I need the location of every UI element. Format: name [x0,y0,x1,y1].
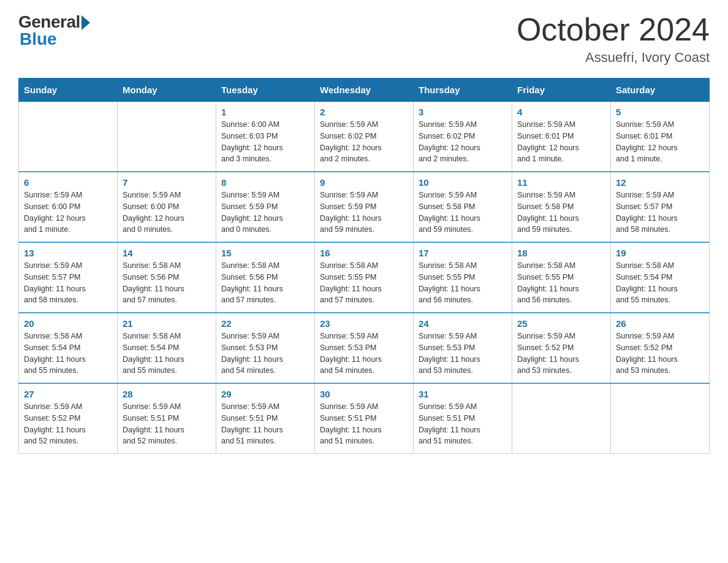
calendar-table: SundayMondayTuesdayWednesdayThursdayFrid… [18,78,710,454]
day-number: 30 [320,389,408,399]
calendar-day-cell: 20Sunrise: 5:58 AM Sunset: 5:54 PM Dayli… [19,313,118,383]
page-header: General Blue October 2024 Assuefri, Ivor… [18,12,710,66]
calendar-day-cell: 11Sunrise: 5:59 AM Sunset: 5:58 PM Dayli… [512,172,611,242]
title-block: October 2024 Assuefri, Ivory Coast [517,12,710,66]
calendar-subtitle: Assuefri, Ivory Coast [517,50,710,66]
day-number: 20 [24,318,112,329]
day-info: Sunrise: 5:59 AM Sunset: 6:01 PM Dayligh… [517,119,605,165]
day-number: 29 [221,389,309,399]
logo-blue-text: Blue [20,29,57,49]
day-info: Sunrise: 5:59 AM Sunset: 5:59 PM Dayligh… [221,190,309,236]
day-number: 24 [419,318,507,329]
day-number: 1 [221,107,309,117]
day-info: Sunrise: 5:59 AM Sunset: 5:53 PM Dayligh… [419,331,507,377]
calendar-day-cell: 25Sunrise: 5:59 AM Sunset: 5:52 PM Dayli… [512,313,611,383]
calendar-day-cell: 24Sunrise: 5:59 AM Sunset: 5:53 PM Dayli… [414,313,512,383]
day-info: Sunrise: 5:59 AM Sunset: 6:02 PM Dayligh… [419,119,507,165]
calendar-day-cell [118,102,216,172]
day-number: 12 [616,177,704,188]
day-info: Sunrise: 5:59 AM Sunset: 5:51 PM Dayligh… [320,401,408,447]
calendar-day-cell: 16Sunrise: 5:58 AM Sunset: 5:55 PM Dayli… [315,242,414,313]
day-info: Sunrise: 5:59 AM Sunset: 5:52 PM Dayligh… [616,331,704,377]
day-info: Sunrise: 5:59 AM Sunset: 5:53 PM Dayligh… [320,331,408,377]
weekday-header: Monday [118,79,216,102]
day-number: 3 [419,107,507,117]
day-info: Sunrise: 5:59 AM Sunset: 5:51 PM Dayligh… [123,401,211,447]
day-number: 8 [221,177,309,188]
calendar-day-cell: 13Sunrise: 5:59 AM Sunset: 5:57 PM Dayli… [19,242,118,313]
day-number: 17 [419,248,507,258]
calendar-day-cell: 5Sunrise: 5:59 AM Sunset: 6:01 PM Daylig… [611,102,710,172]
calendar-day-cell: 3Sunrise: 5:59 AM Sunset: 6:02 PM Daylig… [414,102,512,172]
calendar-day-cell: 28Sunrise: 5:59 AM Sunset: 5:51 PM Dayli… [118,383,216,454]
calendar-day-cell: 14Sunrise: 5:58 AM Sunset: 5:56 PM Dayli… [118,242,216,313]
day-number: 15 [221,248,309,258]
day-number: 2 [320,107,408,117]
weekday-header: Thursday [414,79,512,102]
day-info: Sunrise: 5:59 AM Sunset: 5:58 PM Dayligh… [419,190,507,236]
weekday-header: Saturday [611,79,710,102]
day-number: 25 [517,318,605,329]
day-number: 19 [616,248,704,258]
calendar-day-cell: 19Sunrise: 5:58 AM Sunset: 5:54 PM Dayli… [611,242,710,313]
day-info: Sunrise: 5:58 AM Sunset: 5:55 PM Dayligh… [320,260,408,306]
day-info: Sunrise: 6:00 AM Sunset: 6:03 PM Dayligh… [221,119,309,165]
day-info: Sunrise: 5:58 AM Sunset: 5:55 PM Dayligh… [419,260,507,306]
day-number: 27 [24,389,112,399]
day-info: Sunrise: 5:59 AM Sunset: 5:57 PM Dayligh… [616,190,704,236]
calendar-day-cell: 7Sunrise: 5:59 AM Sunset: 6:00 PM Daylig… [118,172,216,242]
calendar-week-row: 13Sunrise: 5:59 AM Sunset: 5:57 PM Dayli… [19,242,710,313]
calendar-day-cell: 26Sunrise: 5:59 AM Sunset: 5:52 PM Dayli… [611,313,710,383]
day-info: Sunrise: 5:59 AM Sunset: 5:52 PM Dayligh… [24,401,112,447]
day-number: 16 [320,248,408,258]
calendar-day-cell [611,383,710,454]
day-number: 9 [320,177,408,188]
day-info: Sunrise: 5:58 AM Sunset: 5:55 PM Dayligh… [517,260,605,306]
calendar-week-row: 1Sunrise: 6:00 AM Sunset: 6:03 PM Daylig… [19,102,710,172]
calendar-day-cell [512,383,611,454]
calendar-day-cell: 12Sunrise: 5:59 AM Sunset: 5:57 PM Dayli… [611,172,710,242]
weekday-header-row: SundayMondayTuesdayWednesdayThursdayFrid… [19,79,710,102]
day-number: 26 [616,318,704,329]
day-info: Sunrise: 5:58 AM Sunset: 5:54 PM Dayligh… [616,260,704,306]
weekday-header: Tuesday [216,79,315,102]
day-number: 28 [123,389,211,399]
day-info: Sunrise: 5:58 AM Sunset: 5:54 PM Dayligh… [123,331,211,377]
day-number: 6 [24,177,112,188]
day-number: 23 [320,318,408,329]
day-info: Sunrise: 5:58 AM Sunset: 5:56 PM Dayligh… [221,260,309,306]
calendar-day-cell [19,102,118,172]
day-number: 13 [24,248,112,258]
day-info: Sunrise: 5:58 AM Sunset: 5:54 PM Dayligh… [24,331,112,377]
day-info: Sunrise: 5:59 AM Sunset: 5:59 PM Dayligh… [320,190,408,236]
day-info: Sunrise: 5:59 AM Sunset: 5:51 PM Dayligh… [221,401,309,447]
day-info: Sunrise: 5:59 AM Sunset: 5:51 PM Dayligh… [419,401,507,447]
calendar-day-cell: 30Sunrise: 5:59 AM Sunset: 5:51 PM Dayli… [315,383,414,454]
calendar-week-row: 6Sunrise: 5:59 AM Sunset: 6:00 PM Daylig… [19,172,710,242]
logo: General Blue [18,12,90,49]
calendar-day-cell: 15Sunrise: 5:58 AM Sunset: 5:56 PM Dayli… [216,242,315,313]
day-info: Sunrise: 5:58 AM Sunset: 5:56 PM Dayligh… [123,260,211,306]
calendar-day-cell: 6Sunrise: 5:59 AM Sunset: 6:00 PM Daylig… [19,172,118,242]
day-number: 18 [517,248,605,258]
calendar-day-cell: 9Sunrise: 5:59 AM Sunset: 5:59 PM Daylig… [315,172,414,242]
day-info: Sunrise: 5:59 AM Sunset: 6:02 PM Dayligh… [320,119,408,165]
day-number: 14 [123,248,211,258]
calendar-day-cell: 18Sunrise: 5:58 AM Sunset: 5:55 PM Dayli… [512,242,611,313]
calendar-day-cell: 23Sunrise: 5:59 AM Sunset: 5:53 PM Dayli… [315,313,414,383]
day-number: 4 [517,107,605,117]
day-number: 22 [221,318,309,329]
calendar-day-cell: 21Sunrise: 5:58 AM Sunset: 5:54 PM Dayli… [118,313,216,383]
weekday-header: Friday [512,79,611,102]
logo-arrow-icon [82,15,90,30]
day-number: 11 [517,177,605,188]
weekday-header: Sunday [19,79,118,102]
day-info: Sunrise: 5:59 AM Sunset: 5:57 PM Dayligh… [24,260,112,306]
day-info: Sunrise: 5:59 AM Sunset: 5:52 PM Dayligh… [517,331,605,377]
calendar-week-row: 27Sunrise: 5:59 AM Sunset: 5:52 PM Dayli… [19,383,710,454]
day-info: Sunrise: 5:59 AM Sunset: 6:00 PM Dayligh… [24,190,112,236]
calendar-day-cell: 2Sunrise: 5:59 AM Sunset: 6:02 PM Daylig… [315,102,414,172]
calendar-day-cell: 8Sunrise: 5:59 AM Sunset: 5:59 PM Daylig… [216,172,315,242]
calendar-day-cell: 4Sunrise: 5:59 AM Sunset: 6:01 PM Daylig… [512,102,611,172]
calendar-day-cell: 17Sunrise: 5:58 AM Sunset: 5:55 PM Dayli… [414,242,512,313]
